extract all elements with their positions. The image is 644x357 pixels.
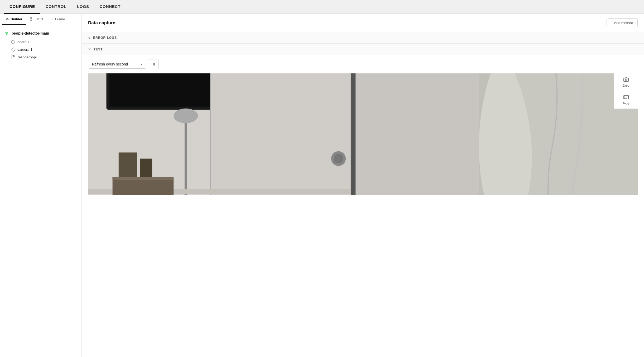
refresh-row: Refresh every second ▾ ⏸ — [88, 59, 638, 69]
chevron-down-icon: ▾ — [141, 63, 142, 66]
toggle-icon — [623, 95, 629, 101]
data-capture-header: Data capture + Add method — [82, 14, 644, 32]
pause-icon: ⏸ — [152, 62, 156, 66]
svg-rect-6 — [109, 73, 219, 107]
tab-builder[interactable]: ✕ Builder — [2, 14, 26, 25]
camera-icon — [623, 77, 629, 83]
svg-rect-12 — [210, 73, 351, 195]
component-label: board-1 — [17, 40, 30, 44]
chevron-icon: ⇅ — [88, 36, 90, 40]
svg-point-0 — [6, 34, 7, 35]
tab-json[interactable]: {} JSON — [26, 14, 47, 25]
main-layout: ✕ Builder {} JSON ⊹ Frame people-det — [0, 14, 644, 357]
svg-rect-28 — [624, 96, 627, 98]
add-method-button[interactable]: + Add method — [607, 18, 638, 27]
tree-item-board-1[interactable]: board-1 — [0, 38, 81, 46]
nav-logs[interactable]: LOGS — [72, 0, 94, 14]
sidebar-tree: people-detector-main + board-1 camera-1 … — [0, 25, 81, 357]
robot-name: people-detector-main — [12, 31, 70, 35]
svg-rect-11 — [351, 73, 356, 195]
export-button[interactable]: Expo — [614, 73, 638, 91]
toggle-label: Togg — [623, 102, 629, 105]
svg-rect-23 — [119, 152, 137, 177]
component-label: camera-1 — [17, 48, 32, 51]
frame-icon: ⊹ — [50, 17, 54, 21]
error-logs-label: ERROR LOGS — [93, 36, 117, 40]
nav-connect[interactable]: CONNECT — [94, 0, 126, 14]
refresh-select[interactable]: Refresh every second ▾ — [88, 60, 146, 69]
camera-view: Expo Togg — [88, 73, 638, 195]
toggle-button[interactable]: Togg — [614, 91, 638, 109]
top-nav: CONFIGURE CONTROL LOGS CONNECT — [0, 0, 644, 14]
refresh-select-value: Refresh every second — [92, 62, 138, 66]
error-logs-section: ⇅ ERROR LOGS — [82, 32, 644, 44]
diamond-icon — [11, 40, 16, 44]
diamond-icon — [11, 47, 16, 52]
side-actions: Expo Togg — [614, 73, 638, 109]
add-component-button[interactable]: + — [72, 30, 77, 36]
tree-item-raspberry-pi[interactable]: raspberry-pi — [0, 53, 81, 61]
test-content: Refresh every second ▾ ⏸ — [82, 55, 644, 199]
sidebar: ✕ Builder {} JSON ⊹ Frame people-det — [0, 14, 82, 357]
pause-button[interactable]: ⏸ — [149, 59, 159, 69]
data-capture-title: Data capture — [88, 20, 607, 26]
svg-rect-21 — [113, 177, 174, 180]
svg-point-26 — [625, 79, 627, 81]
x-icon: ✕ — [88, 47, 91, 51]
test-accordion-header[interactable]: ✕ TEST — [82, 44, 644, 55]
test-section: ✕ TEST Refresh every second ▾ ⏸ — [82, 44, 644, 199]
svg-point-14 — [334, 154, 343, 163]
nav-control[interactable]: CONTROL — [40, 0, 72, 14]
sub-nav: ✕ Builder {} JSON ⊹ Frame — [0, 14, 81, 25]
svg-point-10 — [174, 109, 198, 123]
tab-frame[interactable]: ⊹ Frame — [47, 14, 69, 25]
tree-item-camera-1[interactable]: camera-1 — [0, 46, 81, 53]
room-scene — [88, 73, 638, 195]
nav-configure[interactable]: CONFIGURE — [4, 0, 40, 14]
svg-rect-24 — [140, 159, 152, 177]
component-label: raspberry-pi — [18, 55, 37, 59]
builder-icon: ✕ — [6, 17, 9, 21]
json-icon: {} — [30, 17, 32, 21]
wifi-icon — [4, 31, 9, 36]
svg-rect-9 — [185, 116, 187, 195]
document-icon — [12, 55, 15, 59]
export-label: Expo — [623, 84, 629, 87]
test-label: TEST — [94, 48, 103, 51]
tree-root-robot[interactable]: people-detector-main + — [0, 28, 81, 38]
content-area: Data capture + Add method ⇅ ERROR LOGS ✕… — [82, 14, 644, 357]
error-logs-accordion-header[interactable]: ⇅ ERROR LOGS — [82, 32, 644, 43]
